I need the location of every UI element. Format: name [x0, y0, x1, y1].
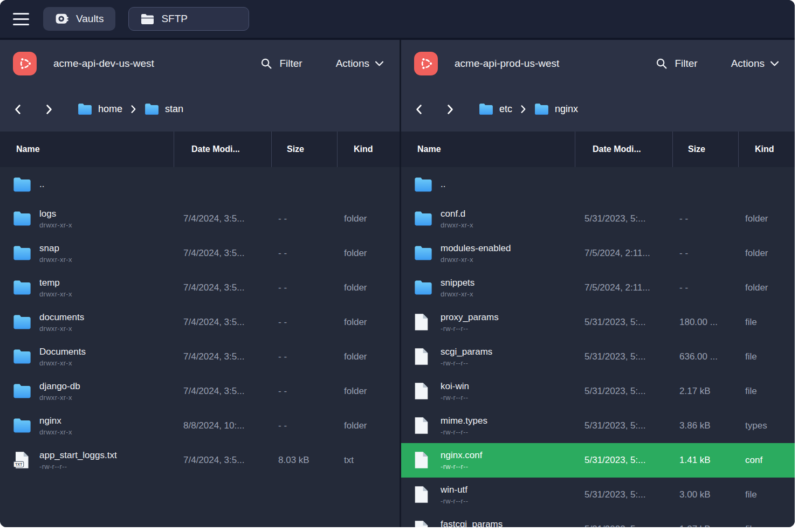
- file-permissions: drwxr-xr-x: [39, 359, 86, 367]
- table-row[interactable]: TXT app_start_loggs.txt -rw-r--r-- 7/4/2…: [0, 443, 400, 478]
- table-row[interactable]: temp drwxr-xr-x 7/4/2024, 3:5... - - fol…: [0, 271, 400, 305]
- column-header-kind[interactable]: Kind: [738, 132, 795, 167]
- table-row[interactable]: nginx.conf -rw-r--r-- 5/31/2023, 5:... 1…: [401, 443, 795, 478]
- table-row[interactable]: nginx drwxr-xr-x 8/8/2024, 10:... - - fo…: [0, 409, 400, 443]
- table-row[interactable]: documents drwxr-xr-x 7/4/2024, 3:5... - …: [0, 305, 400, 340]
- svg-text:TXT: TXT: [15, 463, 23, 467]
- column-header-size[interactable]: Size: [672, 132, 738, 167]
- file-icon: [414, 451, 434, 469]
- file-date-modified: 7/4/2024, 3:5...: [174, 386, 271, 397]
- table-row[interactable]: snap drwxr-xr-x 7/4/2024, 3:5... - - fol…: [0, 236, 400, 271]
- file-date-modified: 5/31/2023, 5:...: [575, 386, 672, 397]
- menu-icon[interactable]: [12, 11, 30, 27]
- file-icon: [414, 486, 434, 503]
- file-size: - -: [271, 282, 337, 293]
- file-size: 8.03 kB: [271, 455, 337, 466]
- table-row[interactable]: mime.types -rw-r--r-- 5/31/2023, 5:... 3…: [401, 409, 795, 443]
- column-header-kind[interactable]: Kind: [337, 132, 400, 167]
- table-row[interactable]: snippets drwxr-xr-x 7/5/2024, 2:11... - …: [401, 271, 795, 305]
- file-size: 2.17 kB: [672, 386, 738, 397]
- file-name: fastcgi_params: [441, 519, 503, 527]
- breadcrumb-item[interactable]: stan: [145, 103, 183, 115]
- ubuntu-server-icon: [13, 52, 37, 75]
- file-name: ..: [441, 179, 445, 190]
- file-icon: [414, 348, 434, 365]
- table-row[interactable]: Documents drwxr-xr-x 7/4/2024, 3:5... - …: [0, 340, 400, 374]
- table-row[interactable]: proxy_params -rw-r--r-- 5/31/2023, 5:...…: [401, 305, 795, 340]
- folder-icon: [414, 280, 434, 295]
- file-date-modified: 7/4/2024, 3:5...: [174, 248, 271, 259]
- file-icon: [414, 520, 434, 527]
- file-name: snap: [39, 243, 72, 254]
- file-kind: folder: [337, 213, 400, 224]
- breadcrumb-item[interactable]: home: [78, 103, 122, 115]
- file-size: 3.00 kB: [672, 489, 738, 500]
- file-name: conf.d: [441, 209, 473, 219]
- folder-icon: [414, 211, 434, 226]
- actions-button[interactable]: Actions: [333, 57, 387, 70]
- filter-button[interactable]: Filter: [257, 57, 305, 70]
- file-date-modified: 8/8/2024, 10:...: [174, 420, 271, 431]
- file-size: - -: [271, 248, 337, 259]
- file-kind: txt: [337, 455, 400, 466]
- folder-icon: [13, 418, 32, 433]
- table-row[interactable]: conf.d drwxr-xr-x 5/31/2023, 5:... - - f…: [401, 202, 795, 236]
- actions-label: Actions: [731, 58, 765, 70]
- file-date-modified: 5/31/2023, 5:...: [575, 351, 672, 362]
- table-row[interactable]: modules-enabled drwxr-xr-x 7/5/2024, 2:1…: [401, 236, 795, 271]
- file-size: - -: [672, 282, 738, 293]
- file-date-modified: 7/4/2024, 3:5...: [174, 317, 271, 328]
- file-name: django-db: [39, 381, 80, 392]
- breadcrumb: etc nginx: [401, 87, 795, 132]
- file-date-modified: 7/5/2024, 2:11...: [575, 282, 672, 293]
- file-permissions: -rw-r--r--: [441, 359, 492, 367]
- pane-right-header: acme-api-prod-us-west Filter Actions: [401, 40, 795, 87]
- column-header-date[interactable]: Date Modi...: [575, 132, 672, 167]
- forward-button[interactable]: [445, 103, 455, 115]
- table-row[interactable]: scgi_params -rw-r--r-- 5/31/2023, 5:... …: [401, 340, 795, 374]
- back-button[interactable]: [13, 103, 23, 115]
- column-header-name[interactable]: Name: [401, 132, 575, 167]
- file-permissions: -rw-r--r--: [441, 462, 483, 471]
- breadcrumb-items: etc nginx: [479, 103, 578, 115]
- table-row[interactable]: ..: [401, 167, 795, 202]
- file-kind: file: [738, 489, 795, 500]
- file-kind: folder: [738, 248, 795, 259]
- table-row[interactable]: django-db drwxr-xr-x 7/4/2024, 3:5... - …: [0, 374, 400, 409]
- file-name: win-utf: [441, 485, 468, 495]
- file-name: mime.types: [441, 416, 487, 426]
- table-row[interactable]: koi-win -rw-r--r-- 5/31/2023, 5:... 2.17…: [401, 374, 795, 409]
- sftp-tab-label: SFTP: [161, 13, 188, 25]
- chevron-down-icon: [375, 61, 383, 66]
- breadcrumb-item[interactable]: nginx: [534, 103, 578, 115]
- table-row[interactable]: ..: [0, 167, 400, 202]
- column-header-date[interactable]: Date Modi...: [174, 132, 271, 167]
- top-bar: Vaults SFTP: [0, 0, 795, 38]
- table-row[interactable]: win-utf -rw-r--r-- 5/31/2023, 5:... 3.00…: [401, 478, 795, 512]
- vaults-button[interactable]: Vaults: [43, 7, 115, 31]
- table-header: Name Date Modi... Size Kind: [401, 132, 795, 167]
- file-date-modified: 5/31/2023, 5...: [575, 524, 672, 527]
- column-header-size[interactable]: Size: [271, 132, 337, 167]
- file-icon: [414, 382, 434, 400]
- file-icon: [414, 313, 434, 331]
- file-date-modified: 5/31/2023, 5:...: [575, 317, 672, 328]
- file-date-modified: 7/5/2024, 2:11...: [575, 248, 672, 259]
- tab-sftp[interactable]: SFTP: [128, 7, 249, 31]
- actions-button[interactable]: Actions: [728, 57, 782, 70]
- filter-button[interactable]: Filter: [652, 57, 700, 70]
- chevron-right-icon: [520, 105, 526, 113]
- forward-button[interactable]: [44, 103, 54, 115]
- file-permissions: drwxr-xr-x: [39, 324, 84, 333]
- file-size: 636.00 ...: [672, 351, 738, 362]
- filter-label: Filter: [279, 58, 302, 70]
- back-button[interactable]: [414, 103, 424, 115]
- file-size: - -: [271, 213, 337, 224]
- column-header-name[interactable]: Name: [0, 132, 174, 167]
- folder-icon: [534, 103, 549, 115]
- table-row[interactable]: fastcgi_params -rw-r--r-- 5/31/2023, 5..…: [401, 512, 795, 527]
- file-name: Documents: [39, 347, 86, 357]
- breadcrumb-items: home stan: [78, 103, 183, 115]
- table-row[interactable]: logs drwxr-xr-x 7/4/2024, 3:5... - - fol…: [0, 202, 400, 236]
- breadcrumb-item[interactable]: etc: [479, 103, 512, 115]
